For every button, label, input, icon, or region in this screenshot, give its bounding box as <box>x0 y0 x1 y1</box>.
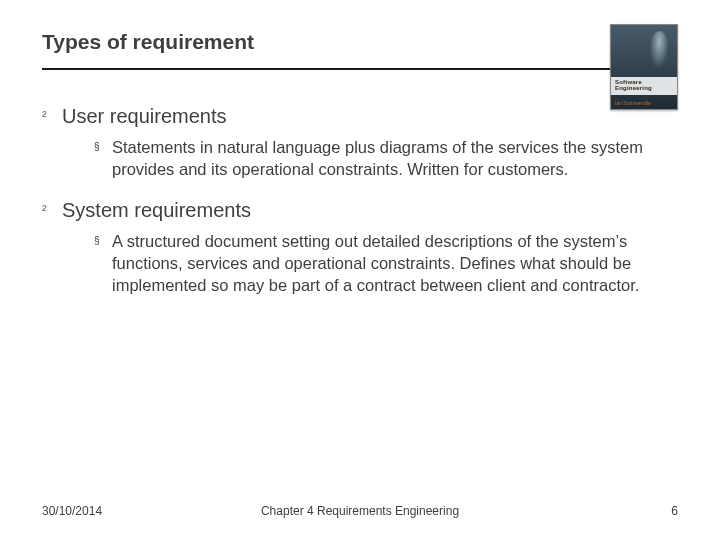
footer-page-number: 6 <box>671 504 678 518</box>
book-cover-image: Software Engineering Ian Sommerville <box>610 24 678 110</box>
bullet-l1-icon: ² <box>42 198 62 222</box>
bullet-l2-icon: § <box>94 230 112 252</box>
bullet-l2-icon: § <box>94 136 112 158</box>
header-divider <box>42 68 678 70</box>
bullet-l1-icon: ² <box>42 104 62 128</box>
list-item-heading: System requirements <box>62 198 251 222</box>
slide-footer: 30/10/2014 Chapter 4 Requirements Engine… <box>42 504 678 518</box>
footer-date: 30/10/2014 <box>42 504 102 518</box>
list-item: ² System requirements <box>42 198 678 222</box>
list-subitem: § Statements in natural language plus di… <box>42 136 678 180</box>
list-subitem-text: Statements in natural language plus diag… <box>112 136 672 180</box>
list-subitem-text: A structured document setting out detail… <box>112 230 672 296</box>
slide-title: Types of requirement <box>42 30 678 68</box>
list-item: ² User requirements <box>42 104 678 128</box>
book-cover-title: Software Engineering <box>615 79 677 91</box>
list-item-heading: User requirements <box>62 104 227 128</box>
slide-content: ² User requirements § Statements in natu… <box>42 78 678 296</box>
slide-header: Types of requirement Software Engineerin… <box>42 30 678 70</box>
book-cover-author: Ian Sommerville <box>615 100 651 106</box>
list-subitem: § A structured document setting out deta… <box>42 230 678 296</box>
footer-chapter: Chapter 4 Requirements Engineering <box>42 504 678 518</box>
slide: Types of requirement Software Engineerin… <box>0 0 720 540</box>
